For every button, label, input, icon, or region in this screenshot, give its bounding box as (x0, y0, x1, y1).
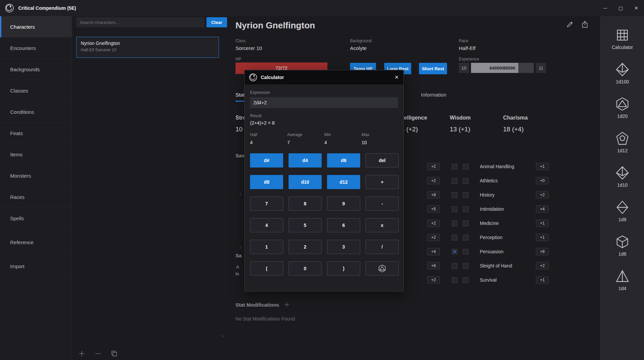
skill-proficiency-checkbox[interactable] (452, 206, 457, 212)
key-roll-d20[interactable] (366, 261, 399, 276)
short-rest-button[interactable]: Short Rest (419, 63, 447, 74)
chevron-right-icon[interactable] (238, 245, 243, 250)
character-subtitle: Half-Elf Sorcerer 10 (81, 48, 215, 52)
duplicate-character-button[interactable] (110, 350, 118, 357)
tool-1d8[interactable]: 1d8 (601, 194, 644, 228)
skill-row: Intimidation+4 (452, 205, 549, 213)
sidebar-item-classes[interactable]: Classes (0, 80, 72, 101)
search-input[interactable] (76, 17, 204, 27)
sidebar-item-spells[interactable]: Spells (0, 208, 72, 229)
add-character-button[interactable] (78, 350, 85, 357)
expression-input[interactable] (250, 97, 398, 108)
expression-label: Expression (250, 90, 270, 95)
skill-proficiency-checkbox[interactable] (452, 263, 457, 269)
key-1[interactable]: 1 (250, 240, 283, 254)
sidebar-nav: Characters Encounters Backgrounds Classe… (0, 16, 72, 360)
sidebar-item-races[interactable]: Races (0, 186, 72, 208)
text-fragment: A (236, 264, 239, 269)
sidebar-item-characters[interactable]: Characters (0, 16, 72, 37)
tool-1d100[interactable]: 1d100 (601, 56, 644, 91)
max-label: Max (362, 132, 399, 137)
skill-proficiency-checkbox[interactable] (452, 221, 457, 226)
sidebar-item-import[interactable]: Import (0, 256, 72, 277)
maximize-button[interactable]: ▢ (613, 0, 628, 16)
character-panel-toolbar (78, 350, 118, 357)
race-label: Race (459, 38, 468, 43)
key-d12[interactable]: d12 (327, 175, 360, 189)
tool-1d4[interactable]: 1d4 (601, 263, 644, 297)
key-d4[interactable]: d4 (289, 153, 322, 168)
next-level: 11 (536, 63, 546, 73)
key-divide[interactable]: / (366, 240, 399, 254)
clear-search-button[interactable]: Clear (206, 17, 227, 27)
calculator-close-button[interactable]: ✕ (390, 70, 403, 84)
character-list-panel: Clear Nyrion Gnelfington Half-Elf Sorcer… (72, 16, 228, 360)
skill-expertise-checkbox[interactable] (463, 249, 469, 255)
skill-modifier: +2 (536, 262, 549, 269)
remove-character-button[interactable] (94, 350, 102, 357)
skill-expertise-checkbox[interactable] (463, 192, 469, 198)
sidebar-item-reference[interactable]: Reference (0, 232, 72, 253)
key-8[interactable]: 8 (289, 197, 322, 211)
add-stat-modification-button[interactable] (284, 302, 290, 308)
key-7[interactable]: 7 (250, 197, 283, 211)
key-9[interactable]: 9 (327, 197, 360, 211)
key-2[interactable]: 2 (289, 240, 322, 254)
key-3[interactable]: 3 (327, 240, 360, 254)
skill-expertise-checkbox[interactable] (463, 235, 469, 240)
sidebar-item-monsters[interactable]: Monsters (0, 165, 72, 186)
skill-expertise-checkbox[interactable] (463, 178, 469, 184)
tool-1d20[interactable]: 1d20 (601, 91, 644, 125)
export-character-button[interactable] (581, 20, 589, 28)
key-plus[interactable]: + (366, 175, 399, 189)
skill-expertise-checkbox[interactable] (463, 277, 469, 283)
skill-expertise-checkbox[interactable] (463, 263, 469, 269)
key-0[interactable]: 0 (289, 261, 322, 276)
skill-proficiency-checkbox[interactable] (452, 249, 457, 255)
tool-1d6[interactable]: 1d6 (601, 228, 644, 263)
key-d10[interactable]: d10 (289, 175, 322, 189)
skill-proficiency-checkbox[interactable] (452, 277, 457, 283)
page-title: Nyrion Gnelfington (236, 20, 315, 31)
key-4[interactable]: 4 (250, 218, 283, 232)
sidebar-item-items[interactable]: Items (0, 144, 72, 165)
skill-modifier: +6 (427, 262, 440, 269)
minimize-button[interactable]: ─ (597, 0, 613, 16)
skill-proficiency-checkbox[interactable] (452, 178, 457, 184)
tool-label: 1d6 (618, 251, 626, 257)
tool-1d10[interactable]: 1d10 (601, 159, 644, 194)
sidebar-item-encounters[interactable]: Encounters (0, 37, 72, 59)
skill-proficiency-checkbox[interactable] (452, 192, 457, 198)
skill-expertise-checkbox[interactable] (463, 221, 469, 226)
skill-modifier: +5 (427, 205, 440, 213)
key-6[interactable]: 6 (327, 218, 360, 232)
sidebar-item-feats[interactable]: Feats (0, 123, 72, 144)
sidebar-item-conditions[interactable]: Conditions (0, 101, 72, 123)
chevron-down-icon[interactable] (220, 333, 226, 339)
skill-expertise-checkbox[interactable] (463, 164, 469, 170)
key-multiply[interactable]: x (366, 218, 399, 232)
tool-calculator[interactable]: Calculator (601, 22, 644, 56)
tool-label: Calculator (612, 45, 633, 50)
edit-character-button[interactable] (566, 20, 574, 28)
sidebar-item-backgrounds[interactable]: Backgrounds (0, 59, 72, 80)
skill-name: Survival (480, 277, 536, 283)
key-close-paren[interactable]: ) (327, 261, 360, 276)
key-d6[interactable]: d6 (327, 153, 360, 168)
close-button[interactable]: ✕ (628, 0, 644, 16)
skill-proficiency-checkbox[interactable] (452, 235, 457, 240)
tab-information[interactable]: Information (421, 92, 446, 101)
key-d#[interactable]: d# (250, 153, 283, 168)
key-open-paren[interactable]: ( (250, 261, 283, 276)
skill-proficiency-checkbox[interactable] (452, 164, 457, 170)
d100-die-icon (615, 62, 629, 77)
skill-expertise-checkbox[interactable] (463, 206, 469, 212)
key-delete[interactable]: del (366, 153, 399, 168)
result-label: Result (250, 113, 398, 118)
tool-1d12[interactable]: 1d12 (601, 125, 644, 159)
key-d8[interactable]: d8 (250, 175, 283, 189)
key-minus[interactable]: - (366, 197, 399, 211)
character-list-item[interactable]: Nyrion Gnelfington Half-Elf Sorcerer 10 (76, 37, 219, 58)
key-5[interactable]: 5 (289, 218, 322, 232)
chevron-right-icon[interactable] (238, 192, 243, 197)
